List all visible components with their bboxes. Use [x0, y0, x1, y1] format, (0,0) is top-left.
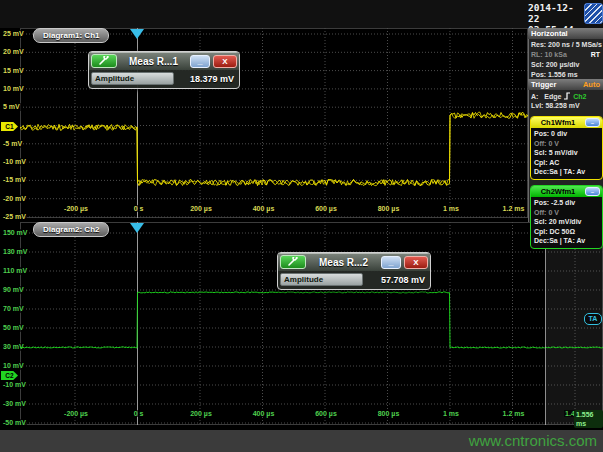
oscilloscope-screen: 2014-12-22 03:55:44 Diagram1: Ch1 C1 25 … — [0, 0, 603, 452]
meas1-titlebar[interactable]: Meas R...1 _ X — [89, 52, 239, 70]
trigger-source-row: A: Edge Ch2 — [528, 90, 603, 100]
horizontal-setting-row: Pos: 1.556 ms — [528, 69, 603, 79]
ch2-settings-box[interactable]: Ch2Wfm1 – Pos: -2.5 divOff: 0 VScl: 20 m… — [530, 185, 603, 249]
wrench-icon-glyph — [98, 56, 110, 66]
trigger-position-marker-d2[interactable] — [130, 223, 144, 233]
wrench-icon-glyph — [287, 257, 299, 267]
rohde-schwarz-logo — [584, 3, 603, 24]
trigger-mode-badge: Auto — [583, 79, 600, 90]
trigger-title: Trigger — [531, 79, 556, 90]
horizontal-section[interactable]: Horizontal Res: 200 ns / 5 MSa/sRL: 10 k… — [528, 28, 603, 79]
horizontal-rows: Res: 200 ns / 5 MSa/sRL: 10 kSaRTScl: 20… — [528, 39, 603, 79]
meas1-title: Meas R...1 — [120, 56, 187, 67]
horizontal-setting-row: Scl: 200 µs/div — [528, 59, 603, 69]
ch2-setting-row: Pos: -2.5 div — [534, 198, 599, 208]
horizontal-setting-row: RL: 10 kSaRT — [528, 49, 603, 59]
wrench-icon[interactable] — [91, 54, 117, 68]
ch1-setting-row: Pos: 0 div — [534, 129, 599, 139]
meas2-value: 57.708 mV — [363, 275, 428, 285]
trace-arithmetic-badge[interactable]: TA — [584, 313, 602, 325]
meas1-parameter[interactable]: Amplitude — [91, 72, 174, 85]
x-axis-end-time-label: 1.556 ms — [574, 410, 603, 428]
channel2-offset-marker[interactable]: C2 — [1, 371, 18, 380]
ch1-setting-row: Dec:Sa | TA: Av — [534, 167, 599, 177]
trigger-source-channel: Ch2 — [573, 93, 586, 100]
date-label: 2014-12-22 — [528, 2, 584, 24]
meas2-title: Meas R...2 — [309, 257, 378, 268]
close-button[interactable]: X — [213, 55, 237, 68]
diagram1-y-tick-label: 5 mV — [2, 103, 21, 111]
trigger-section-header[interactable]: Trigger Auto — [528, 79, 603, 90]
trigger-source-label: A: Edge Ch2 — [531, 91, 587, 100]
ch1-box-rows: Pos: 0 divOff: 0 VScl: 5 mV/divCpl: ACDe… — [531, 128, 602, 179]
trigger-position-marker-d1[interactable] — [130, 29, 144, 39]
ch2-setting-row: Cpl: DC 50Ω — [534, 227, 599, 237]
ch1-box-header[interactable]: Ch1Wfm1 – — [531, 117, 602, 128]
ch2-box-title: Ch2Wfm1 — [531, 187, 585, 196]
minimize-button[interactable]: _ — [190, 55, 210, 68]
tab-diagram2[interactable]: Diagram2: Ch2 — [33, 222, 109, 237]
ch2-setting-row: Dec:Sa | TA: Av — [534, 236, 599, 246]
top-bar — [0, 0, 603, 28]
ch2-setting-row: Scl: 20 mV/div — [534, 217, 599, 227]
trigger-section[interactable]: Trigger Auto A: Edge Ch2 Lvl: 58.258 mV — [528, 79, 603, 110]
meas2-body: Amplitude 57.708 mV — [278, 271, 430, 289]
horizontal-setting-row: Res: 200 ns / 5 MSa/s — [528, 39, 603, 49]
meas1-body: Amplitude 18.379 mV — [89, 70, 239, 88]
ch1-setting-row: Scl: 5 mV/div — [534, 148, 599, 158]
close-button[interactable]: X — [404, 256, 428, 269]
bottom-strip: www.cntronics.com — [0, 430, 603, 452]
watermark-link[interactable]: www.cntronics.com — [469, 430, 597, 452]
channel1-offset-marker[interactable]: C1 — [1, 122, 18, 131]
ch1-box-title: Ch1Wfm1 — [531, 118, 585, 127]
ch1-setting-row: Cpl: AC — [534, 158, 599, 168]
minimize-icon[interactable]: – — [585, 118, 600, 127]
panel-splitter[interactable] — [545, 243, 546, 425]
trigger-level-row: Lvl: 58.258 mV — [528, 100, 603, 110]
horizontal-title: Horizontal — [531, 28, 568, 39]
meas2-titlebar[interactable]: Meas R...2 _ X — [278, 253, 430, 271]
ch2-box-header[interactable]: Ch2Wfm1 – — [531, 186, 602, 197]
meas2-parameter[interactable]: Amplitude — [280, 273, 363, 286]
ch2-setting-row: Off: 0 V — [534, 208, 599, 218]
meas-result-window-2[interactable]: Meas R...2 _ X Amplitude 57.708 mV — [277, 252, 431, 290]
horizontal-section-header[interactable]: Horizontal — [528, 28, 603, 39]
ch2-box-rows: Pos: -2.5 divOff: 0 VScl: 20 mV/divCpl: … — [531, 197, 602, 248]
tab-diagram1[interactable]: Diagram1: Ch1 — [33, 28, 109, 43]
ch1-setting-row: Off: 0 V — [534, 139, 599, 149]
ch1-settings-box[interactable]: Ch1Wfm1 – Pos: 0 divOff: 0 VScl: 5 mV/di… — [530, 116, 603, 180]
rising-edge-icon — [563, 91, 571, 100]
wrench-icon[interactable] — [280, 255, 306, 269]
meas1-value: 18.379 mV — [174, 74, 237, 84]
minimize-icon[interactable]: – — [585, 187, 600, 196]
minimize-button[interactable]: _ — [381, 256, 401, 269]
meas-result-window-1[interactable]: Meas R...1 _ X Amplitude 18.379 mV — [88, 51, 240, 89]
